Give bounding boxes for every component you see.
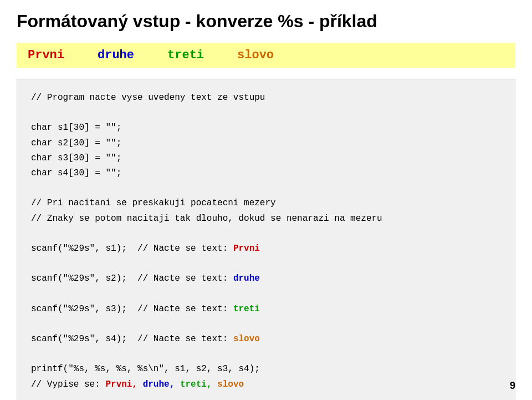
scanf3-value: treti xyxy=(233,304,260,314)
scanf4-code: scanf("%29s", s4); xyxy=(31,334,127,344)
code-line-1: char s1[30] = ""; xyxy=(31,120,501,135)
scanf4-value: slovo xyxy=(233,334,260,344)
code-comment-2: // Pri nacitani se preskakuji pocatecni … xyxy=(31,196,501,211)
code-printf-comment: // Vypise se: Prvni, druhe, treti, slovo xyxy=(31,377,501,392)
code-scanf1: scanf("%29s", s1); // Nacte se text: Prv… xyxy=(31,241,501,256)
code-blank-1 xyxy=(31,105,501,120)
code-scanf4: scanf("%29s", s4); // Nacte se text: slo… xyxy=(31,332,501,347)
scanf2-comment: // Nacte se text: xyxy=(137,274,228,283)
page-title: Formátovaný vstup - konverze %s - příkla… xyxy=(17,11,515,32)
printf-val3: treti, xyxy=(180,379,212,389)
input-word-treti: treti xyxy=(167,48,204,62)
code-block: // Program nacte vyse uvedeny text ze vs… xyxy=(17,79,515,400)
input-word-prvni: Prvni xyxy=(28,48,64,62)
printf-val4: slovo xyxy=(217,379,244,389)
code-comment-3: // Znaky se potom nacitaji tak dlouho, d… xyxy=(31,211,501,226)
input-word-druhe: druhe xyxy=(98,48,134,62)
code-scanf3: scanf("%29s", s3); // Nacte se text: tre… xyxy=(31,302,501,317)
input-word-slovo: slovo xyxy=(237,48,274,62)
scanf3-comment: // Nacte se text: xyxy=(137,304,228,314)
code-comment-1: // Program nacte vyse uvedeny text ze vs… xyxy=(31,90,501,105)
code-blank-6 xyxy=(31,317,501,332)
code-blank-2 xyxy=(31,181,501,196)
page-number: 9 xyxy=(510,380,515,392)
scanf1-code: scanf("%29s", s1); xyxy=(31,244,127,254)
code-printf: printf("%s, %s, %s, %s\n", s1, s2, s3, s… xyxy=(31,362,501,377)
code-blank-7 xyxy=(31,347,501,362)
scanf2-value: druhe xyxy=(233,274,260,283)
printf-val1: Prvni, xyxy=(105,379,137,389)
scanf1-value: Prvni xyxy=(233,244,260,254)
code-scanf2: scanf("%29s", s2); // Nacte se text: dru… xyxy=(31,271,501,286)
code-line-2: char s2[30] = ""; xyxy=(31,136,501,151)
scanf1-comment: // Nacte se text: xyxy=(137,244,228,254)
scanf4-comment: // Nacte se text: xyxy=(137,334,228,344)
printf-val2: druhe, xyxy=(143,379,175,389)
code-line-3: char s3[30] = ""; xyxy=(31,151,501,166)
code-blank-5 xyxy=(31,286,501,301)
scanf2-code: scanf("%29s", s2); xyxy=(31,274,127,283)
printf-comment-text: // Vypise se: xyxy=(31,379,100,389)
code-line-4: char s4[30] = ""; xyxy=(31,166,501,181)
code-blank-3 xyxy=(31,226,501,241)
code-blank-4 xyxy=(31,256,501,271)
page-container: Formátovaný vstup - konverze %s - příkla… xyxy=(0,0,532,400)
input-highlight-row: Prvni druhe treti slovo xyxy=(17,43,515,68)
scanf3-code: scanf("%29s", s3); xyxy=(31,304,127,314)
